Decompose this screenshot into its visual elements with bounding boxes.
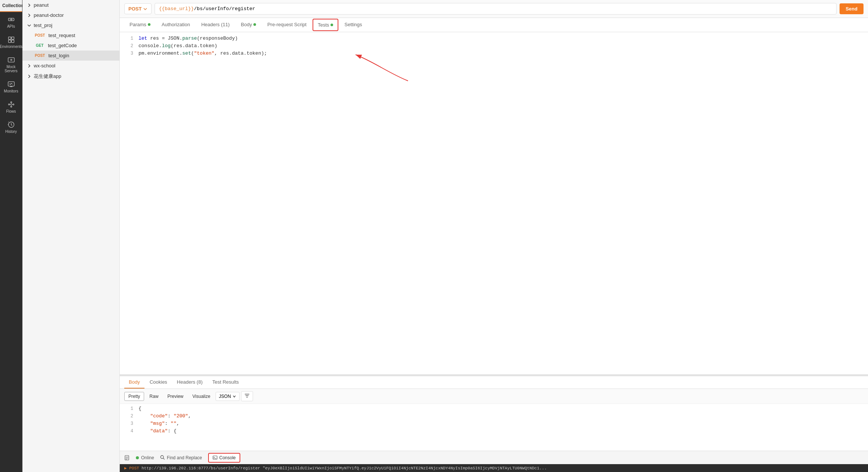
svg-point-9 [13,104,14,105]
online-icon [135,456,139,460]
chevron-down-icon [232,395,236,398]
chevron-down-icon [143,7,147,11]
send-button[interactable]: Send [840,3,864,14]
request-label: test_login [48,53,69,58]
sidebar-item-mock-servers-label: Mock Servers [1,65,21,73]
status-token: "eyJ0eXBlIjoiSldUIiwiYWxnIjoiSFMyNTYifQ.… [263,466,547,471]
api-icon [7,16,15,23]
folder-label: test_proj [34,22,52,28]
status-method: ▶ POST [124,466,141,471]
code-editor[interactable]: 1 let res = JSON.parse(responseBody) 2 c… [120,32,868,374]
svg-point-14 [136,456,139,459]
method-select[interactable]: POST [124,3,152,14]
svg-rect-4 [11,40,14,43]
method-badge-post: POST [34,33,46,38]
response-tab-body[interactable]: Body [124,376,144,389]
tab-tests-label: Tests [318,22,329,28]
response-tab-test-results[interactable]: Test Results [208,376,243,389]
response-line-3: 3 "msg": "", [120,420,868,428]
method-label: POST [128,6,141,12]
sidebar-item-apis[interactable]: APIs [0,12,22,32]
tab-prerequest-label: Pre-request Script [267,22,307,27]
svg-rect-6 [8,82,14,86]
console-button[interactable]: Console [208,453,240,463]
tab-settings[interactable]: Settings [339,18,367,32]
url-path: /bs/userInfo/register [194,6,255,12]
format-raw-btn[interactable]: Raw [146,392,162,401]
response-tab-test-results-label: Test Results [212,379,239,385]
chevron-right-icon [27,74,31,79]
sidebar-item-monitors[interactable]: Monitors [0,77,22,97]
tab-tests[interactable]: Tests [313,19,338,31]
code-line-2: 2 console.log(res.data.token) [120,43,868,50]
svg-rect-16 [213,456,217,459]
response-tabs-row: Body Cookies Headers (8) Test Results [120,376,868,389]
svg-point-10 [10,106,12,107]
code-line-1: 1 let res = JSON.parse(responseBody) [120,35,868,43]
find-replace-btn[interactable]: Find and Replace [160,455,202,460]
request-bar: POST {{base_url}}/bs/userInfo/register S… [120,0,868,18]
history-icon [7,121,15,128]
collections-tree: peanut peanut-doctor test_proj POST test… [22,0,120,472]
tree-item-peanut[interactable]: peanut [22,0,119,10]
online-status[interactable]: Online [135,455,154,460]
svg-point-15 [161,456,164,459]
response-tab-headers[interactable]: Headers (8) [173,376,207,389]
method-badge-get: GET [34,43,46,48]
tab-headers-label: Headers (11) [201,22,230,27]
search-icon [160,455,165,460]
tab-authorization[interactable]: Authorization [156,18,195,32]
sidebar-item-history[interactable]: History [0,117,22,137]
body-dot [253,23,256,26]
sidebar-item-environments[interactable]: Environments [0,32,22,52]
chevron-right-icon [27,13,31,18]
url-display[interactable]: {{base_url}}/bs/userInfo/register [155,3,837,15]
response-line-2: 2 "code": "200", [120,413,868,420]
tree-item-wx-school[interactable]: wx-school [22,61,119,71]
sidebar-item-monitors-label: Monitors [4,89,18,93]
json-format-select[interactable]: JSON [216,392,240,401]
tab-headers[interactable]: Headers (11) [196,18,235,32]
tree-item-test-proj[interactable]: test_proj [22,20,119,30]
response-tab-headers-label: Headers (8) [177,379,203,385]
sidebar-item-flows[interactable]: Flows [0,97,22,117]
online-label: Online [141,455,154,460]
flows-icon [7,101,15,108]
response-area: Body Cookies Headers (8) Test Results Pr… [120,376,868,451]
tree-item-peanut-doctor[interactable]: peanut-doctor [22,10,119,20]
request-label: test_request [48,33,75,38]
tree-item-huasheng[interactable]: 花生健康app [22,71,119,82]
bottom-bar: Online Find and Replace Console [120,451,868,464]
filter-icon-btn[interactable] [241,391,253,401]
format-preview-btn[interactable]: Preview [164,392,187,401]
folder-label: 花生健康app [34,73,61,80]
tab-params[interactable]: Params [124,18,156,32]
format-visualize-btn[interactable]: Visualize [189,392,214,401]
svg-point-7 [8,104,9,105]
page-icon-item[interactable] [124,455,130,460]
url-base: {{base_url}} [159,6,194,12]
tree-item-test-getcode[interactable]: GET test_getCode [22,40,119,51]
tab-prerequest[interactable]: Pre-request Script [262,18,312,32]
chevron-down-icon [27,23,31,28]
folder-label: peanut [34,2,49,8]
sidebar-item-mock-servers[interactable]: Mock Servers [0,52,22,77]
tab-body[interactable]: Body [236,18,262,32]
sidebar-item-flows-label: Flows [6,109,16,113]
sidebar-item-environments-label: Environments [0,45,22,49]
tree-item-test-login[interactable]: POST test_login [22,51,119,61]
response-line-4: 4 "data": { [120,428,868,435]
status-url: http://139.196.202.116:8777/bs/userInfo/… [141,466,260,471]
svg-point-8 [10,102,12,103]
response-body: 1 { 2 "code": "200", 3 "msg": "", 4 "d [120,404,868,451]
collections-tab[interactable]: Collections [0,0,22,12]
svg-rect-1 [8,37,11,40]
page-icon [124,455,130,460]
request-response-container: 1 let res = JSON.parse(responseBody) 2 c… [120,32,868,451]
tree-item-test-request[interactable]: POST test_request [22,30,119,40]
console-label: Console [219,455,236,460]
request-label: test_getCode [48,43,77,48]
format-pretty-btn[interactable]: Pretty [124,392,144,401]
response-tab-cookies[interactable]: Cookies [145,376,172,389]
find-replace-label: Find and Replace [167,455,202,460]
